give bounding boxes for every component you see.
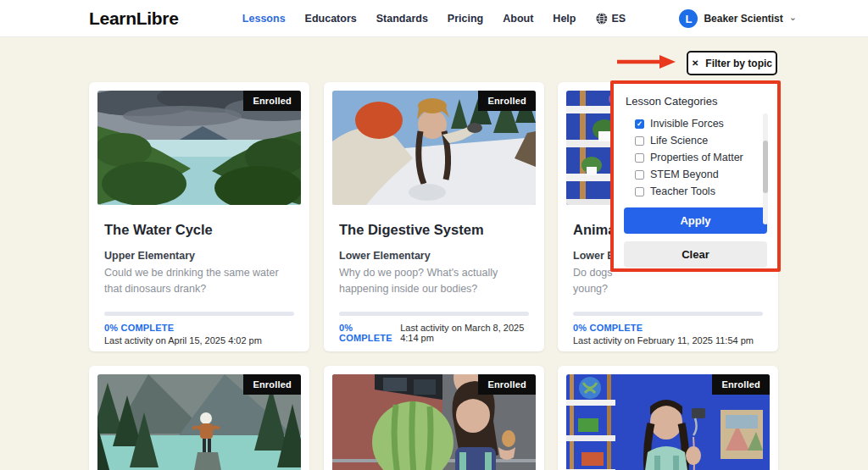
- option-label: Teacher Tools: [650, 185, 715, 197]
- last-activity: Last activity on February 11, 2025 11:54…: [573, 335, 763, 346]
- checkbox-icon[interactable]: ✓: [635, 187, 644, 196]
- card-body: The Digestive System Lower Elementary Wh…: [324, 222, 544, 343]
- option-invisible-forces[interactable]: ✓ Invisible Forces: [635, 115, 767, 132]
- nav-item-pricing[interactable]: Pricing: [448, 13, 483, 25]
- card-thumbnail[interactable]: Enrolled: [97, 91, 301, 205]
- lesson-card-row2-1[interactable]: Enrolled: [89, 366, 309, 470]
- progress-label: 0% COMPLETE: [104, 323, 294, 333]
- nav-item-help[interactable]: Help: [553, 13, 576, 25]
- card-title[interactable]: The Digestive System: [339, 222, 529, 238]
- card-meta: 0% COMPLETE Last activity on April 15, 2…: [104, 323, 294, 346]
- language-switcher[interactable]: ES: [595, 13, 626, 25]
- card-description: Why do we poop? What's actually happenin…: [339, 265, 529, 298]
- card-grade-level: Upper Elementary: [104, 250, 294, 262]
- card-meta: 0% COMPLETE Last activity on February 11…: [573, 323, 763, 346]
- progress-bar: [339, 312, 529, 316]
- scrollbar-track[interactable]: [763, 113, 768, 224]
- progress-bar: [573, 312, 763, 316]
- enrolled-badge: Enrolled: [712, 374, 770, 395]
- avatar: L: [679, 9, 698, 28]
- filter-panel: Lesson Categories ✓ Invisible Forces ✓ L…: [610, 80, 781, 272]
- checkbox-icon[interactable]: ✓: [635, 136, 644, 146]
- option-label: Properties of Matter: [650, 152, 743, 163]
- nav-item-standards[interactable]: Standards: [376, 13, 428, 25]
- main-nav: Lessons Educators Standards Pricing Abou…: [242, 0, 626, 37]
- globe-icon: [595, 13, 607, 25]
- apply-button[interactable]: Apply: [624, 207, 767, 234]
- card-thumbnail[interactable]: Enrolled: [97, 374, 301, 470]
- option-teacher-tools[interactable]: ✓ Teacher Tools: [635, 183, 767, 200]
- checkbox-icon[interactable]: ✓: [635, 153, 644, 163]
- card-thumbnail[interactable]: Enrolled: [332, 374, 536, 470]
- progress-label: 0% COMPLETE: [573, 323, 763, 333]
- enrolled-badge: Enrolled: [243, 91, 301, 111]
- progress-bar: [104, 312, 294, 316]
- option-life-science[interactable]: ✓ Life Science: [635, 132, 767, 149]
- language-label: ES: [611, 13, 626, 25]
- scrollbar-thumb[interactable]: [763, 141, 768, 193]
- card-thumbnail[interactable]: Enrolled: [332, 91, 536, 205]
- filter-button-label: Filter by topic: [705, 58, 772, 69]
- close-icon: ✕: [692, 58, 698, 68]
- nav-item-about[interactable]: About: [503, 13, 533, 25]
- enrolled-badge: Enrolled: [478, 374, 536, 395]
- option-label: STEM Beyond: [650, 169, 719, 180]
- category-options-list: ✓ Invisible Forces ✓ Life Science ✓ Prop…: [635, 115, 767, 200]
- card-title[interactable]: The Water Cycle: [104, 222, 294, 238]
- lesson-card-row2-3[interactable]: Enrolled: [558, 366, 778, 470]
- option-properties-of-matter[interactable]: ✓ Properties of Matter: [635, 149, 767, 166]
- card-description: Could we be drinking the same water that…: [104, 265, 294, 298]
- clear-button[interactable]: Clear: [624, 241, 767, 268]
- option-stem-beyond[interactable]: ✓ STEM Beyond: [635, 166, 767, 183]
- chevron-down-icon: ⌄: [789, 12, 797, 23]
- option-label: Invisible Forces: [650, 118, 724, 130]
- filter-panel-title: Lesson Categories: [626, 95, 767, 108]
- last-activity: Last activity on April 15, 2025 4:02 pm: [104, 335, 294, 346]
- nav-item-educators[interactable]: Educators: [305, 13, 357, 25]
- checkbox-icon[interactable]: ✓: [635, 119, 644, 129]
- lesson-card-water-cycle[interactable]: Enrolled The Water Cycle Upper Elementar…: [89, 82, 309, 351]
- enrolled-badge: Enrolled: [478, 91, 536, 111]
- red-annotation-arrow: [617, 54, 676, 69]
- user-name: Beaker Scientist: [704, 13, 782, 25]
- lesson-card-row2-2[interactable]: Enrolled: [324, 366, 544, 470]
- description-line: young?: [573, 281, 763, 297]
- check-icon: ✓: [637, 120, 643, 128]
- nav-item-lessons[interactable]: Lessons: [242, 13, 286, 25]
- progress-label: 0% COMPLETE: [339, 323, 395, 343]
- lesson-card-digestive-system[interactable]: Enrolled The Digestive System Lower Elem…: [324, 82, 544, 351]
- user-menu[interactable]: L Beaker Scientist ⌄: [679, 0, 797, 37]
- navbar: LearnLibre Lessons Educators Standards P…: [0, 0, 868, 37]
- enrolled-badge: Enrolled: [243, 374, 301, 395]
- card-thumbnail[interactable]: Enrolled: [566, 374, 770, 470]
- last-activity: Last activity on March 8, 2025 4:14 pm: [400, 323, 529, 343]
- card-meta: 0% COMPLETE Last activity on March 8, 20…: [339, 323, 529, 343]
- filter-by-topic-button[interactable]: ✕ Filter by topic: [687, 51, 777, 75]
- option-label: Life Science: [650, 135, 708, 147]
- card-grade-level: Lower Elementary: [339, 250, 529, 262]
- card-body: The Water Cycle Upper Elementary Could w…: [89, 222, 309, 346]
- checkbox-icon[interactable]: ✓: [635, 170, 644, 180]
- app-logo[interactable]: LearnLibre: [89, 8, 179, 29]
